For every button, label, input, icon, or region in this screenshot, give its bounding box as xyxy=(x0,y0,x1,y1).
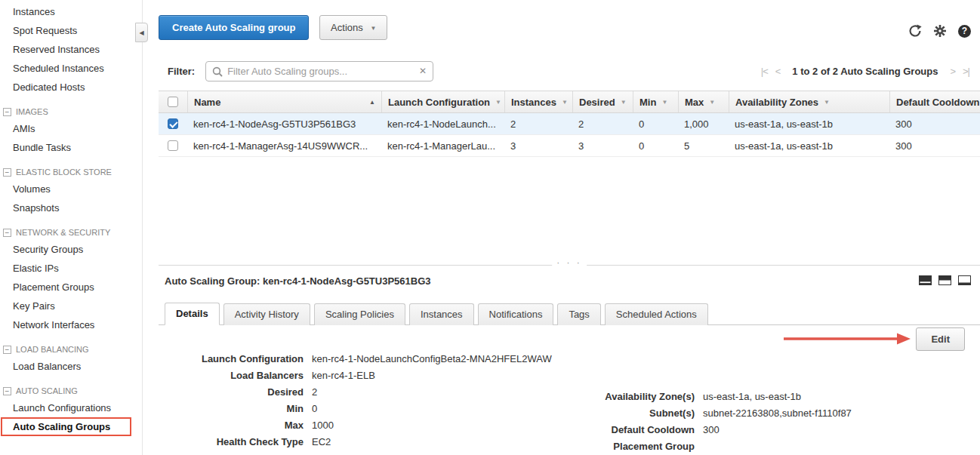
sidebar-item-launch-configurations[interactable]: Launch Configurations xyxy=(0,398,142,417)
column-header-desired[interactable]: Desired ▼ xyxy=(572,91,633,112)
settings-gear-icon[interactable] xyxy=(933,24,947,38)
search-icon xyxy=(212,66,223,79)
sidebar-item-scheduled-instances[interactable]: Scheduled Instances xyxy=(0,59,142,78)
sidebar-section-auto-scaling[interactable]: − AUTO SCALING xyxy=(3,386,142,395)
sidebar-item-placement-groups[interactable]: Placement Groups xyxy=(0,278,142,297)
sidebar-item-key-pairs[interactable]: Key Pairs xyxy=(0,297,142,315)
field-label: Launch Configuration xyxy=(165,353,304,364)
sidebar-section-label: AUTO SCALING xyxy=(16,386,78,395)
column-label: Instances xyxy=(511,97,556,108)
sidebar-item-load-balancers[interactable]: Load Balancers xyxy=(0,357,142,376)
select-all-checkbox[interactable] xyxy=(168,97,178,107)
tab-instances[interactable]: Instances xyxy=(409,303,474,325)
sidebar-section-label: IMAGES xyxy=(16,107,48,116)
cell-desired: 3 xyxy=(572,140,633,152)
sidebar-item-dedicated-hosts[interactable]: Dedicated Hosts xyxy=(0,78,142,97)
cell-instances: 3 xyxy=(504,140,572,152)
column-header-default-cooldown[interactable]: Default Cooldown xyxy=(889,91,980,112)
sidebar-item-amis[interactable]: AMIs xyxy=(0,119,142,138)
tab-tags[interactable]: Tags xyxy=(557,303,600,325)
sidebar-item-spot-requests[interactable]: Spot Requests xyxy=(0,21,142,40)
column-caret-icon: ▼ xyxy=(562,99,568,106)
table-row[interactable]: ken-rc4-1-ManagerAsg-14US9WWCR... ken-rc… xyxy=(159,135,980,157)
pane-layout-bottom-icon[interactable] xyxy=(919,275,932,285)
column-header-instances[interactable]: Instances ▼ xyxy=(504,91,572,112)
column-header-availability-zones[interactable]: Availability Zones ▼ xyxy=(729,91,889,112)
sidebar-item-network-interfaces[interactable]: Network Interfaces xyxy=(0,315,142,334)
column-caret-icon: ▼ xyxy=(824,99,830,106)
sidebar-item-snapshots[interactable]: Snapshots xyxy=(0,198,142,217)
tab-activity-history[interactable]: Activity History xyxy=(223,303,310,325)
sidebar-item-security-groups[interactable]: Security Groups xyxy=(0,240,142,259)
field-min: Min 0 xyxy=(165,403,552,414)
detail-tabs: Details Activity History Scaling Policie… xyxy=(159,303,980,325)
field-label: Desired xyxy=(165,386,304,398)
table-row[interactable]: ken-rc4-1-NodeAsg-G5TU3P561BG3 ken-rc4-1… xyxy=(159,113,980,135)
detail-pane: Auto Scaling Group: ken-rc4-1-NodeAsg-G5… xyxy=(159,272,980,455)
filter-bar: Filter: ✕ |< < 1 to 2 of 2 Auto Scaling … xyxy=(159,60,980,82)
sidebar-section-network-security[interactable]: − NETWORK & SECURITY xyxy=(3,228,142,237)
field-desired: Desired 2 xyxy=(165,386,552,398)
actions-button[interactable]: Actions ▼ xyxy=(319,15,387,40)
field-value: 1000 xyxy=(312,420,334,431)
collapse-section-icon: − xyxy=(3,229,11,237)
field-subnets: Subnet(s) subnet-22163808,subnet-f1110f8… xyxy=(560,407,852,419)
help-icon[interactable]: ? xyxy=(958,25,971,38)
sidebar-section-label: LOAD BALANCING xyxy=(16,345,89,354)
field-label: Placement Group xyxy=(560,441,695,452)
pagination-prev-button[interactable]: < xyxy=(775,66,781,77)
pane-resize-handle[interactable]: · · · xyxy=(552,257,587,268)
column-header-min[interactable]: Min ▼ xyxy=(633,91,678,112)
collapse-section-icon: − xyxy=(3,168,11,177)
edit-annotation-arrow xyxy=(782,332,912,346)
pane-layout-hidden-icon[interactable] xyxy=(958,275,971,285)
pagination-last-button[interactable]: >| xyxy=(963,66,969,77)
sidebar-item-volumes[interactable]: Volumes xyxy=(0,180,142,198)
cell-max: 5 xyxy=(678,140,729,152)
toolbar-icons: ? xyxy=(908,24,971,38)
edit-button[interactable]: Edit xyxy=(916,327,965,351)
chevron-down-icon: ▼ xyxy=(370,25,376,32)
refresh-icon[interactable] xyxy=(908,24,922,38)
cell-availability-zones: us-east-1a, us-east-1b xyxy=(729,118,889,130)
column-label: Default Cooldown xyxy=(896,97,980,108)
column-header-launch-configuration[interactable]: Launch Configuration ▼ xyxy=(381,91,504,112)
column-caret-icon: ▼ xyxy=(621,99,627,106)
field-value: 300 xyxy=(703,424,720,435)
tab-notifications[interactable]: Notifications xyxy=(478,303,554,325)
field-value: ken-rc4-1-NodeLaunchConfigBeta2-MNA2HFEL… xyxy=(312,353,552,364)
column-caret-icon: ▼ xyxy=(495,99,501,106)
field-value: subnet-22163808,subnet-f1110f87 xyxy=(703,407,852,419)
pane-layout-split-icon[interactable] xyxy=(938,275,951,285)
sidebar-item-bundle-tasks[interactable]: Bundle Tasks xyxy=(0,138,142,157)
cell-default-cooldown: 300 xyxy=(889,140,980,152)
tab-scheduled-actions[interactable]: Scheduled Actions xyxy=(605,303,708,325)
tab-scaling-policies[interactable]: Scaling Policies xyxy=(314,303,405,325)
column-label: Desired xyxy=(579,97,615,108)
sidebar-section-label: ELASTIC BLOCK STORE xyxy=(16,168,112,177)
cell-min: 0 xyxy=(633,118,678,130)
cell-launch-configuration: ken-rc4-1-NodeLaunch... xyxy=(381,118,504,130)
sidebar: Instances Spot Requests Reserved Instanc… xyxy=(0,0,143,455)
column-header-max[interactable]: Max ▼ xyxy=(678,91,729,112)
sidebar-item-elastic-ips[interactable]: Elastic IPs xyxy=(0,259,142,278)
create-auto-scaling-group-button[interactable]: Create Auto Scaling group xyxy=(159,15,309,40)
sidebar-collapse-button[interactable]: ◀ xyxy=(135,23,148,42)
sidebar-item-instances[interactable]: Instances xyxy=(0,2,142,21)
sidebar-section-images[interactable]: − IMAGES xyxy=(3,107,142,116)
field-value: EC2 xyxy=(312,436,331,447)
filter-search-input[interactable] xyxy=(227,66,413,77)
sidebar-item-auto-scaling-groups[interactable]: Auto Scaling Groups xyxy=(1,417,131,436)
row-checkbox[interactable] xyxy=(168,140,178,151)
pagination-first-button[interactable]: |< xyxy=(761,66,768,77)
clear-filter-icon[interactable]: ✕ xyxy=(419,66,427,76)
row-checkbox[interactable] xyxy=(168,118,178,129)
sidebar-item-reserved-instances[interactable]: Reserved Instances xyxy=(0,40,142,59)
pagination-next-button[interactable]: > xyxy=(950,66,955,77)
tab-details[interactable]: Details xyxy=(165,303,220,325)
detail-fields-right: Availability Zone(s) us-east-1a, us-east… xyxy=(560,391,852,455)
filter-search-box[interactable]: ✕ xyxy=(205,61,433,81)
sidebar-section-load-balancing[interactable]: − LOAD BALANCING xyxy=(3,345,142,354)
sidebar-section-elastic-block-store[interactable]: − ELASTIC BLOCK STORE xyxy=(3,168,142,177)
column-header-name[interactable]: Name ▲ xyxy=(187,91,381,112)
